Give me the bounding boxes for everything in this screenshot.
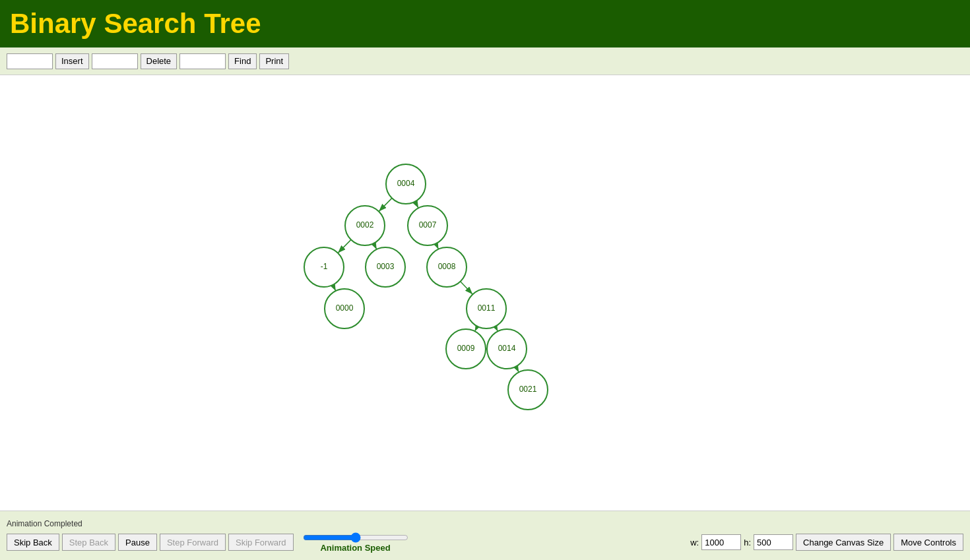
tree-edge — [415, 202, 418, 208]
tree-edge — [379, 198, 392, 211]
step-forward-button[interactable]: Step Forward — [160, 534, 226, 551]
tree-node-n8: 0008 — [427, 247, 467, 287]
tree-node-n21: 0021 — [508, 370, 548, 410]
tree-edge — [333, 285, 336, 291]
node-label-n0: 0000 — [336, 303, 354, 313]
animation-speed-slider[interactable] — [303, 532, 408, 543]
header: Binary Search Tree — [0, 0, 970, 47]
tree-node-n4: 0004 — [386, 164, 426, 204]
tree-edge — [461, 282, 473, 295]
page-title: Binary Search Tree — [10, 8, 261, 40]
tree-node-n7: 0007 — [408, 206, 447, 245]
bottom-controls: Skip Back Step Back Pause Step Forward S… — [0, 530, 970, 555]
tree-node-n0: 0000 — [325, 289, 364, 328]
node-label-n14: 0014 — [498, 344, 516, 353]
find-input[interactable] — [179, 53, 226, 69]
canvas-width-input[interactable] — [701, 534, 741, 550]
w-label: w: — [690, 538, 699, 547]
tree-node-n14: 0014 — [487, 329, 527, 369]
canvas-height-input[interactable] — [754, 534, 793, 550]
tree-node-n2: 0002 — [345, 206, 385, 245]
delete-button[interactable]: Delete — [141, 53, 178, 69]
toolbar: Insert Delete Find Print — [0, 47, 970, 75]
tree-node-n3: 0003 — [366, 247, 405, 287]
animation-speed-label: Animation Speed — [320, 543, 390, 553]
h-label: h: — [744, 538, 751, 547]
node-label-n21: 0021 — [519, 385, 537, 394]
insert-input[interactable] — [7, 53, 53, 69]
node-label-nm1: -1 — [321, 262, 328, 271]
node-label-n3: 0003 — [377, 262, 395, 271]
speed-slider-container: Animation Speed — [303, 532, 408, 553]
skip-forward-button[interactable]: Skip Forward — [228, 534, 294, 551]
insert-button[interactable]: Insert — [55, 53, 89, 69]
tree-edge — [516, 367, 519, 373]
node-label-n9: 0009 — [457, 344, 475, 353]
node-label-n7: 0007 — [419, 220, 437, 230]
tree-edge — [475, 327, 478, 332]
bottom-bar: Animation Completed Skip Back Step Back … — [0, 511, 970, 560]
tree-edge — [436, 243, 439, 249]
move-controls-button[interactable]: Move Controls — [893, 534, 963, 551]
canvas-area: 000400020007-100030008000000110009001400… — [0, 75, 970, 511]
node-label-n4: 0004 — [397, 179, 415, 188]
node-label-n8: 0008 — [438, 262, 456, 271]
tree-edge — [338, 239, 351, 253]
pause-button[interactable]: Pause — [118, 534, 157, 551]
tree-edge — [373, 243, 377, 249]
tree-edge — [496, 327, 498, 332]
step-back-button[interactable]: Step Back — [62, 534, 115, 551]
animation-status: Animation Completed — [0, 518, 970, 530]
delete-input[interactable] — [92, 53, 138, 69]
tree-node-n11: 0011 — [467, 289, 506, 328]
node-label-n2: 0002 — [356, 220, 374, 230]
tree-node-n9: 0009 — [446, 329, 486, 369]
canvas-size-group: w: h: Change Canvas Size Move Controls — [690, 534, 963, 551]
change-canvas-button[interactable]: Change Canvas Size — [796, 534, 891, 551]
tree-node-nm1: -1 — [304, 247, 344, 287]
print-button[interactable]: Print — [259, 53, 289, 69]
skip-back-button[interactable]: Skip Back — [7, 534, 59, 551]
find-button[interactable]: Find — [228, 53, 257, 69]
tree-svg: 000400020007-100030008000000110009001400… — [0, 75, 970, 511]
node-label-n11: 0011 — [478, 303, 496, 313]
